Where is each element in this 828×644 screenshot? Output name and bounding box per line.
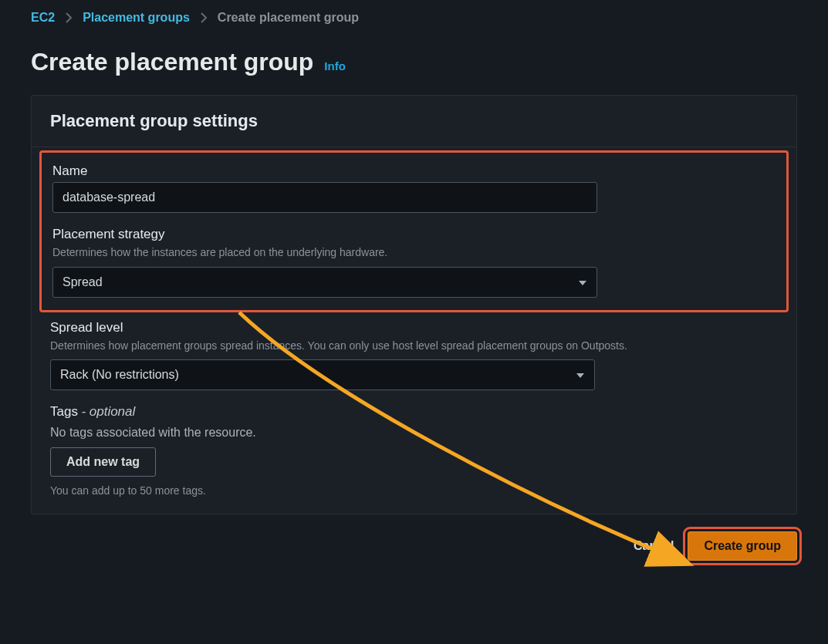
field-spread-level: Spread level Determines how placement gr… [50,320,778,391]
spread-level-value: Rack (No restrictions) [60,368,576,382]
panel-heading: Placement group settings [50,111,778,131]
panel-header: Placement group settings [32,96,796,147]
field-strategy: Placement strategy Determines how the in… [52,227,776,298]
page-title: Create placement group Info [0,25,828,76]
cancel-button[interactable]: Cancel [634,539,674,553]
highlight-box: Name Placement strategy Determines how t… [39,150,789,312]
caret-down-icon [578,275,587,289]
tags-empty-text: No tags associated with the resource. [50,426,778,440]
field-tags: Tags - optional No tags associated with … [50,404,778,440]
field-name: Name [52,164,776,213]
settings-panel: Placement group settings Name Placement … [31,95,797,514]
footer-actions: Cancel Create group [0,514,828,561]
tags-hint: You can add up to 50 more tags. [50,484,778,497]
chevron-right-icon [201,12,207,23]
breadcrumb-ec2[interactable]: EC2 [31,11,55,25]
name-label: Name [52,164,776,179]
spread-level-label: Spread level [50,320,778,335]
info-link[interactable]: Info [324,59,346,72]
strategy-desc: Determines how the instances are placed … [52,245,776,261]
tags-optional: - optional [81,404,135,419]
create-group-button[interactable]: Create group [688,531,797,561]
chevron-right-icon [66,12,72,23]
spread-level-select[interactable]: Rack (No restrictions) [50,359,595,390]
strategy-label: Placement strategy [52,227,776,242]
breadcrumb-current: Create placement group [218,11,359,25]
caret-down-icon [576,368,585,382]
tags-label: Tags [50,404,78,419]
strategy-value: Spread [63,275,578,289]
strategy-select[interactable]: Spread [52,267,597,298]
spread-level-desc: Determines how placement groups spread i… [50,339,778,354]
breadcrumb: EC2 Placement groups Create placement gr… [0,0,828,25]
name-input[interactable] [52,182,597,213]
add-tag-button[interactable]: Add new tag [50,447,156,477]
breadcrumb-placement-groups[interactable]: Placement groups [83,11,190,25]
